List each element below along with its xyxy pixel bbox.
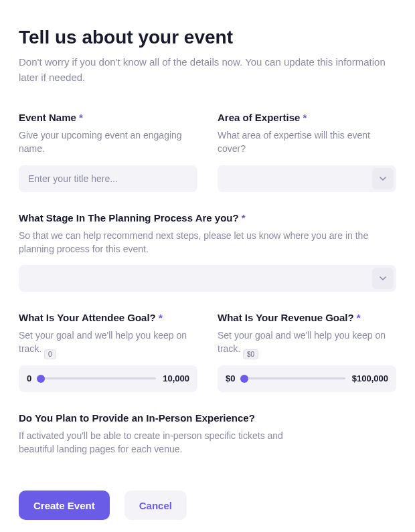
field-stage: What Stage In The Planning Process Are y… — [19, 212, 396, 292]
actions: Create Event Cancel — [19, 491, 396, 520]
stage-label: What Stage In The Planning Process Are y… — [19, 212, 396, 224]
expertise-help: What area of expertise will this event c… — [218, 128, 396, 156]
revenue-goal-label: What Is Your Revenue Goal? * — [218, 312, 396, 323]
slider-tooltip: 0 — [44, 349, 56, 359]
required-marker: * — [303, 112, 307, 123]
in-person-help: If activated you'll be able to create in… — [19, 429, 300, 456]
field-in-person: Do You Plan to Provide an In-Person Expe… — [19, 412, 396, 466]
slider-min-label: 0 — [27, 373, 31, 383]
field-revenue-goal: What Is Your Revenue Goal? * Set your go… — [218, 312, 396, 392]
label-text: Event Name — [19, 112, 76, 123]
slider-max-label: 10,000 — [163, 373, 189, 383]
label-text: What Stage In The Planning Process Are y… — [19, 212, 239, 224]
slider-thumb[interactable] — [240, 375, 248, 383]
stage-help: So that we can help recommend next steps… — [19, 229, 396, 256]
label-text: What Is Your Attendee Goal? — [19, 312, 156, 323]
in-person-label: Do You Plan to Provide an In-Person Expe… — [19, 412, 396, 424]
field-attendee-goal: What Is Your Attendee Goal? * Set your g… — [19, 312, 197, 392]
label-text: What Is Your Revenue Goal? — [218, 312, 354, 323]
create-event-button[interactable]: Create Event — [19, 491, 110, 520]
page-title: Tell us about your event — [19, 27, 396, 48]
slider-tooltip: $0 — [243, 349, 258, 359]
event-name-help: Give your upcoming event an engaging nam… — [19, 128, 197, 156]
attendee-goal-label: What Is Your Attendee Goal? * — [19, 312, 197, 323]
cancel-button[interactable]: Cancel — [124, 491, 187, 520]
slider-thumb[interactable] — [37, 375, 45, 383]
chevron-down-icon — [372, 268, 394, 289]
label-text: Area of Expertise — [218, 112, 300, 123]
chevron-down-icon — [372, 168, 394, 189]
attendee-goal-slider[interactable]: 0 0 10,000 — [19, 365, 197, 392]
expertise-label: Area of Expertise * — [218, 112, 396, 123]
required-marker: * — [159, 312, 163, 323]
required-marker: * — [242, 212, 246, 224]
page-subtitle: Don't worry if you don't know all of the… — [19, 55, 396, 85]
slider-max-label: $100,000 — [352, 373, 388, 383]
field-event-name: Event Name * Give your upcoming event an… — [19, 112, 197, 192]
slider-track — [38, 377, 156, 379]
event-name-label: Event Name * — [19, 112, 197, 123]
event-name-input[interactable] — [19, 165, 197, 192]
field-expertise: Area of Expertise * What area of experti… — [218, 112, 396, 192]
required-marker: * — [357, 312, 361, 323]
expertise-select[interactable] — [218, 165, 396, 192]
revenue-goal-slider[interactable]: $0 $0 $100,000 — [218, 365, 396, 392]
slider-track — [242, 377, 345, 379]
required-marker: * — [79, 112, 83, 123]
slider-min-label: $0 — [226, 373, 235, 383]
stage-select[interactable] — [19, 265, 396, 292]
label-text: Do You Plan to Provide an In-Person Expe… — [19, 412, 255, 424]
form-grid: Event Name * Give your upcoming event an… — [19, 112, 396, 465]
